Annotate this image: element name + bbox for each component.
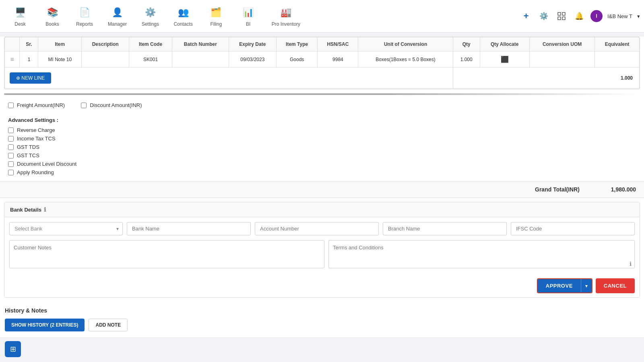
reverse-charge-checkbox[interactable]: [8, 128, 14, 133]
cell-item[interactable]: MI Note 10: [38, 51, 82, 68]
drag-handle[interactable]: ≡: [5, 51, 20, 68]
books-icon: 📚: [45, 5, 60, 20]
cell-item-code: SK001: [129, 51, 172, 68]
cell-qty-allocate[interactable]: ⬛: [480, 51, 529, 68]
svg-rect-2: [558, 17, 561, 20]
user-name[interactable]: I&B New T: [607, 13, 632, 19]
nav-item-manager[interactable]: 👤 Manager: [101, 1, 134, 31]
nav-item-desk[interactable]: 🖥️ Desk: [4, 1, 36, 31]
gst-tds-checkbox[interactable]: [8, 144, 14, 150]
nav-label-filing: Filing: [210, 21, 222, 27]
doc-level-discount-label[interactable]: Document Level Discount: [8, 161, 636, 167]
total-qty-cell: 1.000: [453, 68, 639, 89]
col-description: Description: [82, 37, 129, 51]
nav-item-filing[interactable]: 🗂️ Filing: [200, 1, 232, 31]
nav-label-reports: Reports: [76, 21, 93, 27]
nav-right: + ⚙️ 🔔 I I&B New T ▾: [520, 10, 640, 23]
advanced-options: Reverse Charge Income Tax TCS GST TDS GS…: [8, 127, 636, 175]
cell-batch-number[interactable]: [172, 51, 229, 68]
account-number-input[interactable]: [255, 222, 379, 235]
cell-conversion-uom: [529, 51, 595, 68]
history-section: History & Notes SHOW HISTORY (2 ENTRIES)…: [0, 302, 644, 337]
nav-item-books[interactable]: 📚 Books: [36, 1, 68, 31]
bank-fields-row: Select Bank ▾: [4, 217, 640, 240]
reverse-charge-text: Reverse Charge: [17, 127, 55, 133]
apply-rounding-text: Apply Rounding: [17, 169, 54, 175]
nav-item-pro-inventory[interactable]: 🏭 Pro Inventory: [264, 1, 308, 31]
col-batch-number: Batch Number: [172, 37, 229, 51]
cell-expiry-date: 09/03/2023: [229, 51, 276, 68]
freight-label: Freight Amount(INR): [17, 102, 65, 108]
table-row: ≡ 1 MI Note 10 SK001 09/03/2023 Goods 99…: [5, 51, 640, 68]
manager-icon: 👤: [110, 5, 125, 20]
nav-item-settings[interactable]: ⚙️ Settings: [134, 1, 166, 31]
bank-details-info-icon[interactable]: ℹ: [44, 206, 46, 213]
gst-tcs-text: GST TCS: [17, 152, 39, 158]
income-tax-tcs-checkbox[interactable]: [8, 136, 14, 142]
approve-btn-group: APPROVE ▾: [537, 278, 592, 293]
advanced-settings-title: Advanced Settings :: [8, 117, 636, 123]
approve-button[interactable]: APPROVE: [538, 279, 581, 292]
cell-description[interactable]: [82, 51, 129, 68]
svg-rect-0: [558, 12, 561, 15]
notification-icon[interactable]: 🔔: [573, 10, 586, 23]
bank-name-input[interactable]: [127, 222, 251, 235]
freight-checkbox[interactable]: [8, 103, 14, 108]
income-tax-tcs-label[interactable]: Income Tax TCS: [8, 136, 636, 142]
nav-items: 🖥️ Desk 📚 Books 📄 Reports 👤 Manager ⚙️ S…: [4, 1, 308, 31]
apply-rounding-label[interactable]: Apply Rounding: [8, 169, 636, 175]
cell-equivalent: [595, 51, 640, 68]
col-qty-allocate: Qty Allocate: [480, 37, 529, 51]
cancel-button[interactable]: CANCEL: [596, 278, 635, 293]
terms-wrapper: ℹ: [328, 240, 635, 269]
doc-level-discount-checkbox[interactable]: [8, 161, 14, 167]
gear-icon[interactable]: ⚙️: [537, 10, 550, 23]
action-buttons-row: APPROVE ▾ CANCEL: [4, 274, 640, 297]
grand-total-value: 1,980.000: [596, 186, 636, 193]
gst-tds-label[interactable]: GST TDS: [8, 144, 636, 150]
income-tax-tcs-text: Income Tax TCS: [17, 136, 56, 142]
cell-hsn-sac: 9984: [318, 51, 358, 68]
doc-level-discount-text: Document Level Discount: [17, 161, 76, 167]
gst-tcs-label[interactable]: GST TCS: [8, 152, 636, 158]
nav-label-bi: BI: [246, 21, 250, 27]
new-line-button[interactable]: ⊕ NEW LINE: [10, 72, 51, 84]
terms-textarea[interactable]: [328, 240, 635, 268]
nav-item-reports[interactable]: 📄 Reports: [68, 1, 101, 31]
user-dropdown-arrow[interactable]: ▾: [637, 13, 640, 19]
branch-name-input[interactable]: [383, 222, 507, 235]
gst-tcs-checkbox[interactable]: [8, 153, 14, 158]
col-expiry-date: Expiry Date: [229, 37, 276, 51]
bank-details-title: Bank Details: [10, 207, 41, 213]
approve-dropdown-button[interactable]: ▾: [581, 279, 592, 292]
discount-checkbox[interactable]: [81, 103, 87, 108]
select-bank-dropdown[interactable]: Select Bank: [9, 222, 123, 235]
grid-icon[interactable]: [555, 10, 568, 23]
freight-checkbox-label[interactable]: Freight Amount(INR): [8, 102, 65, 108]
svg-rect-1: [562, 12, 565, 15]
col-equivalent: Equivalent: [595, 37, 640, 51]
contacts-icon: 👥: [176, 5, 190, 20]
cell-sr: 1: [20, 51, 38, 68]
customer-notes-textarea[interactable]: [9, 240, 324, 268]
col-item-code: Item Code: [129, 37, 172, 51]
add-note-button[interactable]: ADD NOTE: [89, 319, 128, 331]
add-icon[interactable]: +: [520, 10, 533, 23]
discount-checkbox-label[interactable]: Discount Amount(INR): [81, 102, 142, 108]
new-line-row: ⊕ NEW LINE 1.000: [5, 68, 640, 89]
cell-qty: 1.000: [453, 51, 480, 68]
settings-nav-icon: ⚙️: [143, 5, 157, 20]
nav-item-contacts[interactable]: 👥 Contacts: [166, 1, 200, 31]
terms-info-icon[interactable]: ℹ: [630, 261, 632, 267]
ifsc-code-input[interactable]: [511, 222, 635, 235]
reverse-charge-label[interactable]: Reverse Charge: [8, 127, 636, 133]
user-avatar: I: [590, 10, 603, 22]
discount-label: Discount Amount(INR): [90, 102, 142, 108]
apply-rounding-checkbox[interactable]: [8, 170, 14, 175]
nav-label-books: Books: [45, 21, 59, 27]
amounts-section: Freight Amount(INR) Discount Amount(INR): [0, 97, 644, 114]
filing-icon: 🗂️: [209, 5, 223, 20]
nav-item-bi[interactable]: 📊 BI: [232, 1, 264, 31]
bi-icon: 📊: [241, 5, 256, 20]
show-history-button[interactable]: SHOW HISTORY (2 ENTRIES): [5, 319, 85, 331]
